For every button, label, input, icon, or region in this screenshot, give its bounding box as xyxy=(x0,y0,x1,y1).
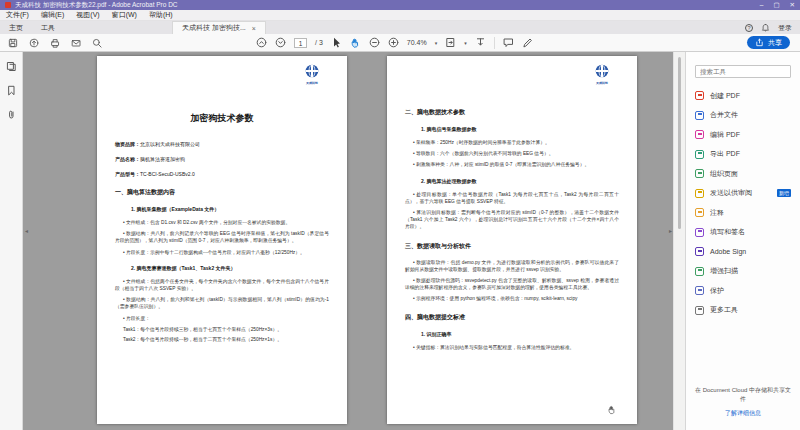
print-icon[interactable] xyxy=(50,38,60,48)
scrollbar-thumb[interactable] xyxy=(678,57,681,229)
upload-icon[interactable] xyxy=(29,38,39,48)
zoom-caret-icon[interactable]: ▾ xyxy=(435,40,438,46)
doc-line: • 片段长度： xyxy=(115,315,329,322)
close-button[interactable]: ✕ xyxy=(790,2,795,9)
tool-label: 保护 xyxy=(710,286,724,296)
doc-line: • 示例程序环境：使用 python 编程环境，依赖包含：numpy, scik… xyxy=(405,295,619,302)
tool-icon xyxy=(695,111,704,120)
previous-page-icon[interactable] xyxy=(256,37,267,48)
select-tool-icon[interactable] xyxy=(331,37,342,48)
menu-item[interactable]: 编辑(E) xyxy=(41,10,64,20)
doc-line: • 文件组成：包含 D1.csv 和 D2.csv 两个文件，分别对应一名被试的… xyxy=(115,219,329,226)
comment-icon[interactable] xyxy=(503,37,514,48)
right-panel-collapse-icon[interactable]: ▸ xyxy=(669,228,672,234)
tool-create-pdf[interactable]: 创建 PDF xyxy=(695,86,791,106)
bell-icon[interactable] xyxy=(761,23,770,33)
logo-text: 天成科技 xyxy=(589,82,615,86)
doc-line: • 导联数目：六个（数据前六列分别代表不同导联的 EEG 信号）。 xyxy=(405,150,619,157)
toolbar-divider xyxy=(494,37,495,49)
doc-line: • 关键指标：算法识别结果与实际信号匹配程度，符合算法性能评估的标准。 xyxy=(405,344,619,351)
tool-enhance-scans[interactable]: 增强扫描 xyxy=(695,262,791,282)
share-button[interactable]: 共享 xyxy=(747,36,790,49)
doc-line: 三、数据读取与分析软件 xyxy=(405,242,619,251)
maximize-button[interactable]: ▢ xyxy=(773,2,779,9)
tool-label: 创建 PDF xyxy=(710,91,740,101)
doc-line: • 算法识别目标数据：需判断每个信号片段对应的 stimID（0-7 的整数），… xyxy=(405,209,619,231)
toolbar-left-group xyxy=(0,38,102,48)
attachments-icon[interactable] xyxy=(6,109,17,120)
tool-adobe-sign[interactable]: Adobe Sign xyxy=(695,242,791,262)
tool-label: 填写和签名 xyxy=(710,227,745,237)
doc-line: 2. 脑电竞赛赛道数据（Task1、Task2 文件夹） xyxy=(131,265,329,271)
tool-label: 更多工具 xyxy=(710,305,738,315)
tool-label: 增强扫描 xyxy=(710,266,738,276)
save-icon[interactable] xyxy=(8,38,18,48)
tab-bar: 主页 工具 天成科技 加密狗技... × 登录 xyxy=(0,21,800,34)
next-page-icon[interactable] xyxy=(275,37,286,48)
tool-label: 编辑 PDF xyxy=(710,130,740,140)
menu-item[interactable]: 文件(F) xyxy=(6,10,29,20)
logo-circle-cross-icon xyxy=(595,64,609,78)
tab-home[interactable]: 主页 xyxy=(0,21,32,34)
tab-close-icon[interactable]: × xyxy=(252,25,256,32)
bookmarks-icon[interactable] xyxy=(6,85,17,96)
help-icon[interactable] xyxy=(745,24,753,32)
pdf-page-1: 天成科技 加密狗技术参数 物资品牌：北京以利天成科技有限公司 产品名称：脑机算法… xyxy=(97,56,347,424)
page-thumbnails-icon[interactable] xyxy=(6,61,17,72)
tool-icon xyxy=(695,228,704,237)
tool-fill-sign[interactable]: 填写和签名 xyxy=(695,223,791,243)
tool-combine-files[interactable]: 合并文件 xyxy=(695,106,791,126)
doc-line: 物资品牌：北京以利天成科技有限公司 xyxy=(115,141,329,147)
zoom-in-icon[interactable] xyxy=(388,37,399,48)
doc-line: 1. 脑电信号采集数据参数 xyxy=(421,126,619,132)
zoom-level-dropdown[interactable]: 70.4% xyxy=(407,39,427,46)
doc-line: 产品型号：TC-BCI-SecuD-USBv2.0 xyxy=(115,171,329,177)
tool-export-pdf[interactable]: 导出 PDF xyxy=(695,145,791,165)
doc-line: 1. 识别正确率 xyxy=(421,331,619,337)
tools-list: 创建 PDF 合并文件 编辑 PDF xyxy=(695,86,791,320)
tool-label: 注释 xyxy=(710,208,724,218)
logo-text: 天成科技 xyxy=(299,82,325,86)
tool-more-tools[interactable]: 更多工具 xyxy=(695,301,791,321)
tools-search-input[interactable] xyxy=(695,65,791,78)
menu-item[interactable]: 窗口(W) xyxy=(112,10,137,20)
minimize-button[interactable]: – xyxy=(760,2,764,9)
tool-organize-pages[interactable]: 组织页面 xyxy=(695,164,791,184)
learn-more-link[interactable]: 了解详细信息 xyxy=(694,409,792,418)
tab-document[interactable]: 天成科技 加密狗技... × xyxy=(172,21,266,34)
tool-send-for-review[interactable]: 发送以供审阅 新增 xyxy=(695,184,791,204)
share-button-label: 共享 xyxy=(768,38,782,48)
doc-line: 四、脑电数据提交标准 xyxy=(405,313,619,322)
email-icon[interactable] xyxy=(71,38,81,48)
menu-item[interactable]: 帮助(H) xyxy=(149,10,173,20)
scrolling-mode-icon[interactable] xyxy=(475,37,486,48)
page-1-body: 加密狗技术参数 物资品牌：北京以利天成科技有限公司 产品名称：脑机算法赛道加密狗… xyxy=(97,56,347,343)
titlebar: 天成科技 加密狗技术参数22.pdf - Adobe Acrobat Pro D… xyxy=(0,0,800,10)
fit-page-icon[interactable] xyxy=(445,37,456,48)
tab-tools[interactable]: 工具 xyxy=(32,21,64,34)
fit-page-caret-icon[interactable]: ▾ xyxy=(464,40,467,46)
vertical-scrollbar[interactable] xyxy=(673,52,685,430)
tool-icon xyxy=(695,208,704,217)
doc-line: 加密狗技术参数 xyxy=(115,112,329,125)
toolbar: 1 / 3 70.4% ▾ ▾ xyxy=(0,34,800,52)
tool-edit-pdf[interactable]: 编辑 PDF xyxy=(695,125,791,145)
tool-protect[interactable]: 保护 xyxy=(695,281,791,301)
page-number-input[interactable]: 1 xyxy=(294,38,307,48)
doc-line: 1. 脑机采集数据（ExampleData 文件） xyxy=(131,206,329,212)
doc-line: 一、脑电算法数据内容 xyxy=(115,188,329,197)
menubar: 文件(F)编辑(E)视图(V)窗口(W)帮助(H) xyxy=(0,10,800,21)
login-button[interactable]: 登录 xyxy=(778,23,792,33)
menu-item[interactable]: 视图(V) xyxy=(76,10,99,20)
zoom-out-icon[interactable] xyxy=(369,37,380,48)
tool-comment[interactable]: 注释 xyxy=(695,203,791,223)
search-icon[interactable] xyxy=(92,38,102,48)
hand-tool-icon[interactable] xyxy=(350,37,361,48)
tool-icon xyxy=(695,150,704,159)
tool-label: 导出 PDF xyxy=(710,149,740,159)
pencil-edit-icon[interactable] xyxy=(522,37,533,48)
left-panel-collapse-icon[interactable]: ◂ xyxy=(25,228,28,234)
new-badge: 新增 xyxy=(777,189,791,197)
page-count-label: / 3 xyxy=(315,39,323,46)
tool-icon xyxy=(695,247,704,256)
